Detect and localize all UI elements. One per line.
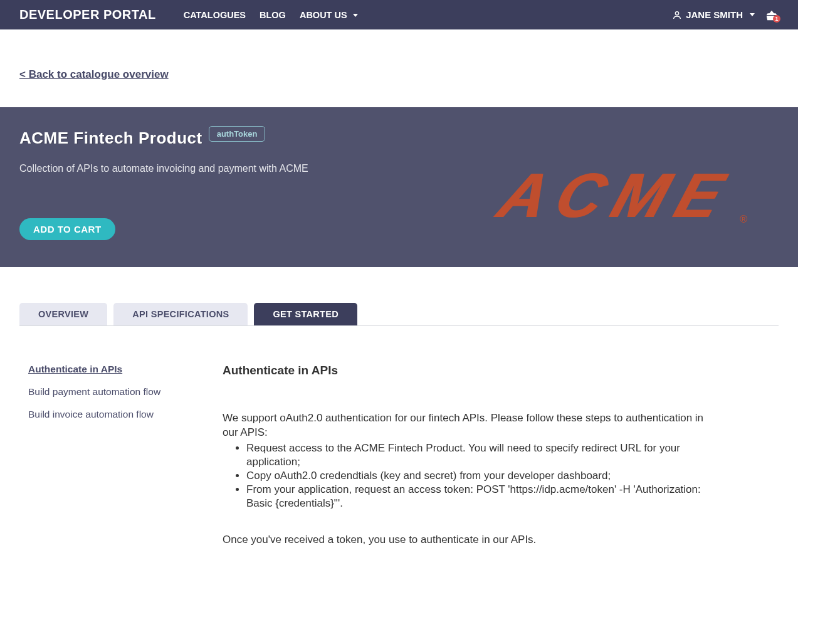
toc-invoice-flow[interactable]: Build invoice automation flow [28,409,185,420]
step-item: Request access to the ACME Fintech Produ… [246,441,711,469]
brand-title[interactable]: DEVELOPER PORTAL [19,8,156,22]
user-menu[interactable]: JANE SMITH [672,9,755,20]
registered-icon: ® [740,214,747,225]
cart-badge: 1 [773,15,780,23]
article-body: Authenticate in APIs We support oAuth2.0… [223,364,711,549]
step-item: From your application, request an access… [246,483,711,510]
article-heading: Authenticate in APIs [223,364,711,377]
product-hero: ACME Fintech Product authToken Collectio… [0,107,798,267]
top-nav: DEVELOPER PORTAL CATALOGUES BLOG ABOUT U… [0,0,798,29]
nav-catalogues[interactable]: CATALOGUES [184,10,246,20]
chevron-down-icon [353,14,358,17]
tab-api-specifications[interactable]: API SPECIFICATIONS [113,303,248,325]
nav-links: CATALOGUES BLOG ABOUT US [184,10,358,20]
toc-authenticate[interactable]: Authenticate in APIs [28,364,185,375]
auth-badge: authToken [209,126,266,142]
svg-point-0 [675,11,678,14]
article-outro: Once you've received a token, you use to… [223,533,711,547]
article-intro: We support oAuth2.0 authentication for o… [223,411,711,440]
chevron-down-icon [750,13,755,16]
cart-button[interactable]: 1 [765,8,779,22]
nav-about[interactable]: ABOUT US [300,10,358,20]
steps-list: Request access to the ACME Fintech Produ… [223,441,711,510]
user-icon [672,10,682,20]
acme-logo-text: ACME [492,164,742,226]
toc-payment-flow[interactable]: Build payment automation flow [28,386,185,398]
back-link[interactable]: < Back to catalogue overview [19,68,798,81]
page-toc: Authenticate in APIs Build payment autom… [28,364,185,549]
tab-get-started[interactable]: GET STARTED [254,303,357,325]
product-title: ACME Fintech Product [19,129,202,148]
tabs: OVERVIEW API SPECIFICATIONS GET STARTED [19,303,779,326]
user-name: JANE SMITH [686,9,743,20]
acme-logo: ACME ® [503,164,732,226]
nav-about-label: ABOUT US [300,10,347,20]
nav-blog[interactable]: BLOG [260,10,286,20]
tab-overview[interactable]: OVERVIEW [19,303,107,325]
step-item: Copy oAuth2.0 credendtials (key and secr… [246,469,711,483]
add-to-cart-button[interactable]: ADD TO CART [19,218,115,240]
